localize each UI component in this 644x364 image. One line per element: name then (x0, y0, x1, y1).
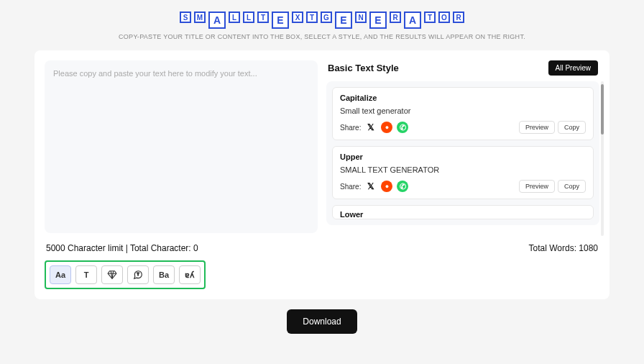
logo-letter: R (453, 12, 464, 23)
style-footer: Share:𝕏●✆PreviewCopy (340, 180, 586, 193)
logo-letter: T (424, 12, 436, 23)
reddit-icon[interactable]: ● (381, 181, 392, 192)
styles-list[interactable]: CapitalizeSmall text generatorShare:𝕏●✆P… (326, 81, 599, 225)
diamond-tool[interactable] (101, 265, 123, 284)
logo-letter: L (243, 12, 254, 23)
whatsapp-icon[interactable]: ✆ (397, 181, 408, 192)
preview-button[interactable]: Preview (519, 121, 555, 134)
x-icon[interactable]: 𝕏 (365, 122, 377, 133)
main-card: Basic Text Style All Preview CapitalizeS… (34, 50, 610, 299)
download-button[interactable]: Download (287, 309, 356, 334)
input-column (45, 60, 318, 236)
action-buttons: PreviewCopy (519, 180, 586, 193)
text-tool[interactable]: T (75, 265, 97, 284)
scrollbar[interactable] (601, 81, 604, 236)
style-footer: Share:𝕏●✆PreviewCopy (340, 121, 586, 134)
case-tool[interactable]: Aa (50, 265, 71, 284)
share-label: Share: (340, 183, 361, 191)
bubble-tool[interactable]: T (127, 265, 149, 284)
logo-letter: E (272, 12, 289, 29)
all-preview-button[interactable]: All Preview (548, 60, 598, 76)
style-card: Lower (332, 205, 594, 219)
page-header: SMALLTEXTGENERATOR COPY-PASTE YOUR TITLE… (0, 12, 644, 40)
style-name: Upper (340, 153, 586, 161)
logo-letter: N (355, 12, 367, 23)
logo-letter: L (229, 12, 240, 23)
share-group: Share:𝕏●✆ (340, 122, 408, 133)
diamond-icon (107, 270, 117, 280)
share-label: Share: (340, 124, 361, 132)
logo: SMALLTEXTGENERATOR (0, 12, 644, 29)
copy-button[interactable]: Copy (558, 121, 586, 134)
svg-text:T: T (137, 272, 139, 276)
logo-letter: G (321, 12, 332, 23)
logo-letter: A (404, 12, 421, 29)
bubble-icon: T (133, 270, 143, 280)
logo-letter: T (257, 12, 269, 23)
subtitle: COPY-PASTE YOUR TITLE OR CONTENT INTO TH… (0, 33, 644, 40)
logo-letter: S (180, 12, 191, 23)
style-name: Capitalize (340, 94, 586, 102)
x-icon[interactable]: 𝕏 (365, 181, 377, 192)
logo-letter: T (306, 12, 318, 23)
action-buttons: PreviewCopy (519, 121, 586, 134)
copy-button[interactable]: Copy (558, 180, 586, 193)
flip-tool[interactable]: ɐʎ (179, 265, 201, 284)
logo-letter: O (438, 12, 450, 23)
style-output-text: SMALL TEXT GENERATOR (340, 165, 586, 174)
preview-button[interactable]: Preview (519, 180, 555, 193)
logo-letter: X (292, 12, 303, 23)
style-card: CapitalizeSmall text generatorShare:𝕏●✆P… (332, 87, 594, 140)
style-toolbar: AaTTBaɐʎ (45, 260, 206, 289)
style-name: Lower (340, 210, 586, 219)
share-group: Share:𝕏●✆ (340, 181, 408, 192)
source-text-input[interactable] (45, 60, 318, 233)
whatsapp-icon[interactable]: ✆ (397, 122, 408, 133)
char-limit-text: 5000 Character limit | Total Character: … (46, 243, 198, 253)
output-title: Basic Text Style (328, 63, 399, 73)
total-words-text: Total Words: 1080 (529, 243, 599, 253)
reddit-icon[interactable]: ● (381, 122, 392, 133)
style-card: UpperSMALL TEXT GENERATORShare:𝕏●✆Previe… (332, 146, 594, 199)
logo-letter: M (194, 12, 206, 23)
logo-letter: A (208, 12, 226, 29)
logo-letter: E (369, 12, 387, 29)
stats-row: 5000 Character limit | Total Character: … (45, 243, 599, 253)
logo-letter: E (335, 12, 352, 29)
style-output-text: Small text generator (340, 106, 586, 115)
scrollbar-thumb[interactable] (601, 84, 604, 135)
logo-letter: R (390, 12, 401, 23)
bold-tool[interactable]: Ba (153, 265, 175, 284)
output-column: Basic Text Style All Preview CapitalizeS… (326, 60, 599, 236)
